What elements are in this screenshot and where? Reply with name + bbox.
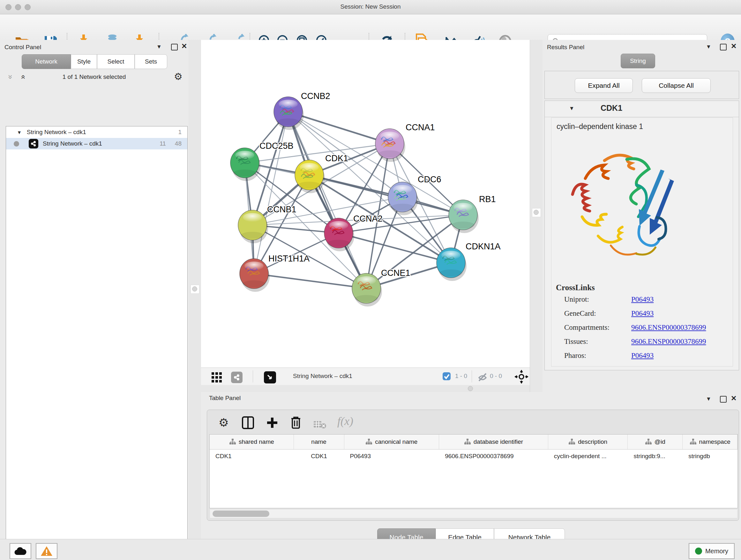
table-cell[interactable]: cyclin-dependent ... bbox=[548, 449, 628, 463]
column-header-description[interactable]: description bbox=[548, 435, 628, 449]
string-network-icon bbox=[29, 139, 38, 148]
gene-section-header[interactable]: ▼ CDK1 bbox=[545, 101, 739, 117]
table-panel-float-icon[interactable] bbox=[720, 396, 727, 402]
node-table[interactable]: shared namenamecanonical namedatabase id… bbox=[209, 434, 738, 508]
network-canvas[interactable]: CCNB2CCNA1CDC25BCDK1CDC6RB1CCNB1CCNA2CDK… bbox=[201, 40, 530, 368]
network-options-gear-icon[interactable]: ⚙ bbox=[174, 72, 183, 81]
birdseye-view-icon[interactable] bbox=[262, 370, 278, 385]
column-header-database-identifier[interactable]: database identifier bbox=[439, 435, 548, 449]
delete-columns-icon[interactable] bbox=[288, 415, 304, 430]
tab-string-results[interactable]: String bbox=[621, 54, 655, 68]
collapse-all-button[interactable]: Collapse All bbox=[642, 78, 711, 93]
control-panel-float-icon[interactable] bbox=[171, 44, 178, 51]
hidden-eye-icon[interactable] bbox=[475, 370, 490, 385]
table-panel-close-icon[interactable]: ✕ bbox=[731, 394, 737, 402]
tab-select[interactable]: Select bbox=[97, 54, 135, 69]
table-cell[interactable]: P06493 bbox=[344, 449, 439, 463]
crosslinks-title: CrossLinks bbox=[556, 283, 595, 292]
network-tree: ▼ String Network – cdk1 1 String Network… bbox=[6, 126, 188, 560]
tab-network[interactable]: Network bbox=[22, 54, 71, 69]
warning-button[interactable] bbox=[36, 543, 57, 559]
horizontal-splitter[interactable] bbox=[201, 385, 530, 392]
delete-table-icon[interactable] bbox=[313, 417, 328, 432]
create-column-icon[interactable] bbox=[265, 415, 280, 430]
table-options-gear-icon[interactable]: ⚙ bbox=[216, 415, 231, 430]
gene-collapse-icon[interactable]: ▼ bbox=[569, 105, 575, 112]
column-header-label: name bbox=[311, 438, 327, 445]
column-header-namespace[interactable]: namespace bbox=[683, 435, 738, 449]
results-panel-close-icon[interactable]: ✕ bbox=[731, 42, 737, 51]
crosslink-link[interactable]: 9606.ENSP00000378699 bbox=[631, 323, 706, 332]
network-node-CCNB1[interactable]: CCNB1 bbox=[238, 205, 296, 243]
column-type-icon bbox=[365, 438, 373, 445]
cloud-button[interactable] bbox=[10, 543, 31, 559]
table-panel-collapse-icon[interactable]: ▼ bbox=[706, 396, 711, 402]
network-node-HIST1H1A[interactable]: HIST1H1A bbox=[240, 254, 310, 292]
table-horizontal-scrollbar[interactable] bbox=[210, 509, 737, 518]
column-header-shared-name[interactable]: shared name bbox=[210, 435, 294, 449]
crosslinks-list: Uniprot:P06493GeneCard:P06493Compartment… bbox=[564, 295, 730, 366]
table-cell[interactable]: stringdb bbox=[683, 449, 738, 463]
tab-sets[interactable]: Sets bbox=[135, 54, 167, 69]
network-edge-CCNB2-HIST1H1A[interactable] bbox=[254, 112, 288, 273]
scrollbar-thumb[interactable] bbox=[212, 510, 269, 517]
title-bar: Session: New Session bbox=[0, 0, 741, 14]
crosslink-label: GeneCard: bbox=[564, 309, 631, 318]
collection-expand-icon[interactable]: ▼ bbox=[17, 130, 22, 135]
network-view-toolbar: String Network – cdk1 1 - 0 0 - 0 bbox=[201, 368, 530, 385]
control-panel-close-icon[interactable]: ✕ bbox=[181, 42, 187, 51]
splitter-dot[interactable] bbox=[192, 287, 197, 292]
table-cell[interactable]: stringdb:9... bbox=[628, 449, 683, 463]
crosslink-link[interactable]: P06493 bbox=[631, 295, 654, 304]
column-header-label: database identifier bbox=[474, 438, 523, 445]
tab-style[interactable]: Style bbox=[71, 54, 97, 69]
column-header-label: @id bbox=[655, 438, 665, 445]
table-cell[interactable]: CDK1 bbox=[210, 449, 294, 463]
network-node-RB1[interactable]: RB1 bbox=[449, 194, 496, 233]
show-columns-icon[interactable] bbox=[240, 415, 256, 430]
network-row[interactable]: String Network – cdk1 11 48 bbox=[6, 138, 187, 149]
column-header-label: namespace bbox=[699, 438, 731, 445]
control-panel-collapse-icon[interactable]: ▼ bbox=[156, 44, 162, 50]
string-view-icon[interactable] bbox=[229, 370, 245, 385]
results-panel-collapse-icon[interactable]: ▼ bbox=[706, 44, 711, 50]
network-node-CCNA1[interactable]: CCNA1 bbox=[375, 123, 435, 162]
main-toolbar: ? bbox=[0, 14, 741, 40]
selected-checkbox-icon[interactable] bbox=[442, 372, 451, 381]
column-header-canonical-name[interactable]: canonical name bbox=[344, 435, 440, 449]
network-edge-HIST1H1A-CCNE1[interactable] bbox=[254, 273, 366, 288]
network-collection-row[interactable]: ▼ String Network – cdk1 1 bbox=[6, 126, 187, 138]
network-node-CDKN1A[interactable]: CDKN1A bbox=[436, 242, 501, 281]
table-panel-title: Table Panel bbox=[209, 395, 241, 401]
selected-counts: 1 - 0 bbox=[455, 373, 467, 380]
crosslink-row: Tissues:9606.ENSP00000378699 bbox=[564, 337, 730, 346]
crosslink-row: Uniprot:P06493 bbox=[564, 295, 730, 304]
expand-all-button[interactable]: Expand All bbox=[575, 78, 633, 93]
network-node-CCNE1[interactable]: CCNE1 bbox=[352, 268, 410, 307]
results-panel-float-icon[interactable] bbox=[720, 44, 727, 51]
network-node-CDC6[interactable]: CDC6 bbox=[388, 175, 441, 215]
table-cell[interactable]: 9606.ENSP00000378699 bbox=[439, 449, 548, 463]
left-splitter[interactable] bbox=[189, 40, 201, 539]
node-label-CCNB1: CCNB1 bbox=[267, 205, 296, 214]
node-label-HIST1H1A: HIST1H1A bbox=[268, 254, 310, 263]
pan-crosshair-icon[interactable] bbox=[514, 369, 529, 384]
node-label-CDC6: CDC6 bbox=[418, 175, 441, 184]
column-header-label: canonical name bbox=[375, 438, 417, 445]
function-builder-icon[interactable]: f(x) bbox=[337, 415, 353, 428]
memory-button[interactable]: Memory bbox=[689, 543, 735, 559]
collection-count: 1 bbox=[178, 129, 182, 136]
network-label: String Network – cdk1 bbox=[43, 140, 102, 147]
table-row[interactable]: CDK1CDK1P064939606.ENSP00000378699cyclin… bbox=[210, 449, 738, 463]
column-header--id[interactable]: @id bbox=[628, 435, 683, 449]
cloud-icon bbox=[14, 547, 27, 556]
table-cell[interactable]: CDK1 bbox=[294, 449, 344, 463]
splitter-dot[interactable] bbox=[534, 210, 539, 215]
crosslink-link[interactable]: P06493 bbox=[631, 352, 654, 360]
column-header-name[interactable]: name bbox=[294, 435, 344, 449]
node-label-CDKN1A: CDKN1A bbox=[466, 242, 501, 251]
crosslink-link[interactable]: 9606.ENSP00000378699 bbox=[631, 337, 706, 346]
crosslink-link[interactable]: P06493 bbox=[631, 309, 654, 318]
grid-view-icon[interactable] bbox=[209, 370, 224, 385]
splitter-dot[interactable] bbox=[468, 386, 473, 391]
